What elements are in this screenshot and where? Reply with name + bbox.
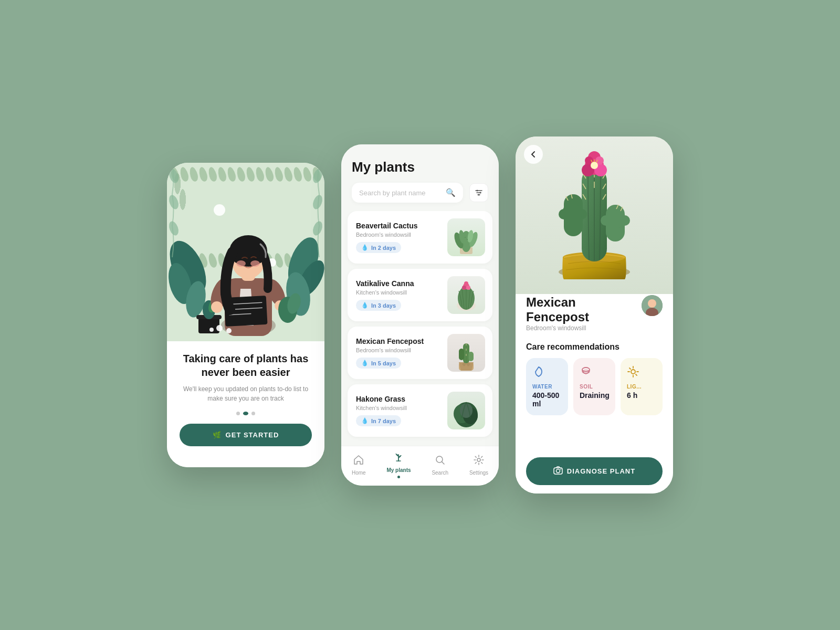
svg-line-76	[442, 462, 445, 465]
water-label-3: In 5 days	[371, 360, 396, 366]
plant-image-vatikalive	[447, 276, 485, 314]
dot-3[interactable]	[251, 412, 255, 415]
home-svg	[353, 454, 364, 466]
back-arrow-icon	[529, 150, 538, 159]
filter-icon	[475, 188, 483, 197]
onboarding-title: Taking care of plants has never been eas…	[180, 352, 312, 379]
water-badge-hakone: 💧 In 7 days	[356, 415, 401, 426]
plant-card-hakone[interactable]: Hakone Grass Kitchen's windowsill 💧 In 7…	[348, 384, 492, 437]
dot-2[interactable]	[243, 412, 248, 415]
svg-point-108	[648, 299, 656, 308]
plant-hero-image	[516, 136, 673, 294]
svg-point-37	[209, 328, 214, 332]
nav-plants-label: My plants	[386, 467, 411, 473]
water-icon-3: 💧	[361, 360, 369, 366]
light-care-icon	[627, 365, 656, 381]
nav-home[interactable]: Home	[352, 454, 366, 476]
plant-card-mexican[interactable]: Mexican Fencepost Bedroom's windowsill 💧…	[348, 327, 492, 379]
svg-point-35	[216, 325, 223, 331]
water-label-2: In 3 days	[371, 302, 396, 309]
nav-my-plants[interactable]: My plants	[386, 452, 411, 478]
search-bar[interactable]: Search by plant name 🔍	[352, 183, 463, 203]
care-cards: WATER 400-500 ml SOIL Draining	[526, 358, 663, 415]
plant-card-vatikalive[interactable]: Vatikalive Canna Kitchen's windowsill 💧 …	[348, 269, 492, 321]
girl-illustration	[167, 163, 324, 341]
back-button[interactable]	[524, 145, 543, 164]
plant-name-hakone: Hakone Grass	[356, 395, 442, 403]
plant-image-mexican	[447, 334, 485, 372]
water-value: 400-500 ml	[532, 391, 562, 408]
home-icon	[353, 454, 364, 468]
svg-rect-63	[459, 349, 464, 360]
plant-name-vatikalive: Vatikalive Canna	[356, 279, 442, 288]
svg-point-50	[465, 237, 466, 238]
svg-point-31	[250, 260, 260, 267]
pagination-dots	[236, 412, 255, 415]
search-row: Search by plant name 🔍	[352, 183, 488, 203]
svg-point-110	[582, 368, 590, 372]
nav-search[interactable]: Search	[432, 454, 448, 476]
svg-point-121	[560, 469, 561, 470]
light-label: LIG...	[627, 384, 656, 390]
care-card-soil: SOIL Draining	[573, 358, 615, 415]
nav-settings-label: Settings	[469, 470, 488, 476]
bottom-nav: Home My plants Search	[341, 446, 499, 486]
svg-rect-84	[606, 211, 625, 228]
nav-search-label: Search	[432, 470, 448, 476]
svg-point-41	[477, 190, 478, 192]
get-started-button[interactable]: 🌿 GET STARTED	[180, 424, 312, 446]
diagnose-icon	[553, 466, 563, 477]
plant-name-mexican: Mexican Fencepost	[356, 337, 442, 345]
plant-location-beavertail: Bedroom's windowsill	[356, 232, 442, 238]
nav-active-dot	[397, 476, 400, 478]
water-icon: 💧	[361, 244, 369, 251]
sun-icon	[627, 365, 639, 378]
plant-card-beavertail[interactable]: Beavertail Cactus Bedroom's windowsill 💧…	[348, 211, 492, 264]
plant-image-beavertail	[447, 218, 485, 256]
plants-title: My plants	[352, 159, 488, 175]
soil-layers-icon	[580, 365, 592, 378]
get-started-icon: 🌿	[213, 431, 222, 439]
grass-svg	[447, 392, 485, 429]
soil-care-icon	[580, 365, 609, 381]
onboarding-content: Taking care of plants has never been eas…	[167, 341, 324, 467]
svg-line-117	[629, 368, 631, 369]
plant-detail-screen: Mexican Fencepost Bedroom's windowsill C…	[516, 136, 673, 494]
svg-point-42	[480, 192, 481, 194]
svg-point-60	[464, 281, 468, 286]
my-plants-screen: My plants Search by plant name 🔍	[341, 144, 499, 486]
settings-icon	[473, 454, 485, 468]
plant-location-hakone: Kitchen's windowsill	[356, 405, 442, 411]
plant-detail-name: Mexican Fencepost	[526, 295, 642, 324]
plant-name-beavertail: Beavertail Cactus	[356, 222, 442, 230]
onboarding-screen: Taking care of plants has never been eas…	[167, 163, 324, 467]
settings-svg	[473, 454, 485, 466]
svg-point-6	[167, 167, 181, 184]
plant-avatar	[642, 295, 663, 316]
svg-point-7	[167, 194, 181, 211]
svg-point-11	[311, 220, 324, 237]
diagnose-label: DIAGNOSE PLANT	[567, 467, 635, 475]
svg-point-120	[556, 469, 560, 473]
cactus3-svg	[447, 334, 485, 372]
get-started-label: GET STARTED	[226, 431, 279, 439]
avatar-svg	[642, 295, 663, 316]
soil-value: Draining	[580, 391, 609, 400]
dot-1[interactable]	[236, 412, 240, 415]
search-svg	[434, 454, 446, 466]
svg-rect-12	[198, 318, 219, 333]
plants-svg	[393, 452, 404, 463]
hero-illustration	[167, 163, 324, 341]
light-value: 6 h	[627, 391, 656, 400]
diagnose-plant-button[interactable]: DIAGNOSE PLANT	[526, 457, 663, 485]
search-icon: 🔍	[446, 188, 456, 197]
care-recommendations-title: Care recommendations	[526, 342, 663, 352]
water-icon-4: 💧	[361, 417, 369, 424]
water-badge-beavertail: 💧 In 2 days	[356, 242, 401, 253]
nav-settings[interactable]: Settings	[469, 454, 488, 476]
filter-button[interactable]	[469, 183, 488, 202]
plant-info-beavertail: Beavertail Cactus Bedroom's windowsill 💧…	[356, 222, 442, 253]
plant-detail-header: Mexican Fencepost Bedroom's windowsill	[526, 295, 663, 340]
svg-point-10	[311, 194, 324, 211]
plant-location-mexican: Bedroom's windowsill	[356, 347, 442, 353]
